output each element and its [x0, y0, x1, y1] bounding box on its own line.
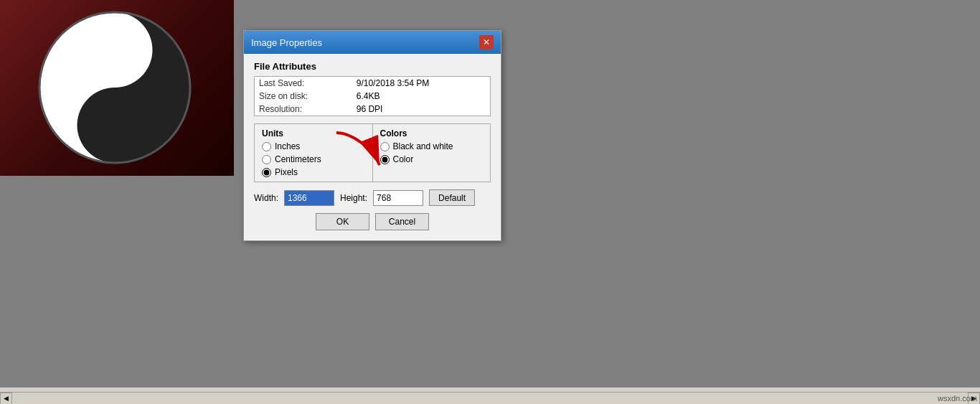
colors-radio-color[interactable]	[380, 155, 390, 164]
file-attr-value: 96 DPI	[352, 103, 491, 116]
dimensions-row: Width: Height: Default	[254, 189, 491, 206]
height-label: Height:	[340, 193, 367, 203]
units-label-pixels: Pixels	[275, 167, 298, 177]
dialog-body: File Attributes Last Saved:9/10/2018 3:5…	[244, 54, 501, 240]
file-attr-value: 9/10/2018 3:54 PM	[352, 77, 491, 90]
height-input[interactable]	[373, 190, 423, 206]
file-attr-label: Last Saved:	[255, 77, 352, 90]
scroll-left-button[interactable]: ◀	[0, 393, 12, 405]
colors-panel: Colors Black and whiteColor	[373, 124, 491, 182]
colors-radio-bw[interactable]	[380, 142, 390, 151]
colors-title: Colors	[380, 128, 484, 138]
units-option-inches[interactable]: Inches	[262, 141, 365, 151]
canvas-area: Image Properties ✕ File Attributes Last …	[0, 0, 980, 387]
units-radio-pixels[interactable]	[262, 168, 271, 177]
units-title: Units	[262, 128, 365, 138]
units-label-centimeters: Centimeters	[275, 154, 321, 164]
yinyang-image	[0, 0, 234, 176]
units-option-pixels[interactable]: Pixels	[262, 167, 365, 177]
cancel-button[interactable]: Cancel	[375, 213, 429, 230]
horizontal-scrollbar: ◀ ▶	[0, 392, 980, 404]
colors-radio-group: Black and whiteColor	[380, 141, 484, 164]
action-buttons-row: OK Cancel	[254, 213, 491, 230]
width-input[interactable]	[284, 190, 334, 206]
dialog-close-button[interactable]: ✕	[479, 35, 494, 50]
svg-point-2	[103, 113, 127, 137]
width-label: Width:	[254, 193, 278, 203]
units-radio-centimeters[interactable]	[262, 155, 271, 164]
svg-point-1	[103, 38, 127, 62]
units-panel: Units InchesCentimetersPixels	[255, 124, 373, 182]
file-attr-label: Resolution:	[255, 103, 352, 116]
ok-button[interactable]: OK	[316, 213, 369, 230]
dialog-titlebar: Image Properties ✕	[244, 31, 501, 54]
dialog-title: Image Properties	[251, 37, 322, 48]
units-radio-inches[interactable]	[262, 142, 271, 151]
file-attributes-title: File Attributes	[254, 61, 491, 72]
units-colors-panels: Units InchesCentimetersPixels Colors Bla…	[254, 123, 491, 182]
colors-label-color: Color	[393, 154, 414, 164]
scroll-track[interactable]	[12, 393, 968, 404]
colors-option-color[interactable]: Color	[380, 154, 484, 164]
image-properties-dialog: Image Properties ✕ File Attributes Last …	[243, 30, 501, 241]
units-option-centimeters[interactable]: Centimeters	[262, 154, 365, 164]
file-attributes-table: Last Saved:9/10/2018 3:54 PMSize on disk…	[254, 76, 491, 116]
default-button[interactable]: Default	[429, 189, 475, 206]
colors-option-bw[interactable]: Black and white	[380, 141, 484, 151]
units-label-inches: Inches	[275, 141, 300, 151]
units-radio-group: InchesCentimetersPixels	[262, 141, 365, 177]
file-attr-value: 6.4KB	[352, 90, 491, 103]
colors-label-bw: Black and white	[393, 141, 453, 151]
file-attr-label: Size on disk:	[255, 90, 352, 103]
watermark: wsxdn.com	[938, 394, 977, 403]
